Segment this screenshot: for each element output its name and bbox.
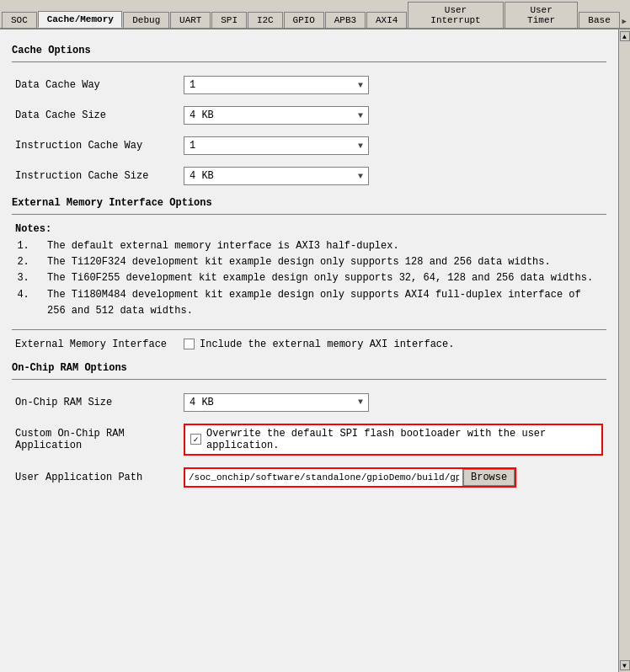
tab-debug[interactable]: Debug <box>123 12 169 28</box>
data-cache-size-row: Data Cache Size 4 KB ▼ <box>12 106 606 125</box>
notes-title: Notes: <box>15 223 603 235</box>
tab-apb3[interactable]: APB3 <box>325 12 366 28</box>
on-chip-ram-size-arrow: ▼ <box>358 397 363 407</box>
user-app-path-input[interactable] <box>185 469 463 486</box>
external-memory-section: External Memory Interface Options Notes:… <box>12 197 606 350</box>
tab-user-interrupt[interactable]: User Interrupt <box>408 2 504 28</box>
note-item-2: The Ti120F324 development kit example de… <box>35 254 603 270</box>
data-cache-size-value: 4 KB <box>190 109 214 121</box>
data-cache-size-dropdown[interactable]: 4 KB ▼ <box>184 106 369 125</box>
user-app-path-highlighted-container: Browse <box>184 467 516 488</box>
data-cache-way-label: Data Cache Way <box>15 79 184 91</box>
instruction-cache-way-value: 1 <box>190 140 195 152</box>
instruction-cache-way-arrow: ▼ <box>358 141 363 151</box>
note-item-4: The Ti180M484 development kit example de… <box>35 287 603 319</box>
instruction-cache-way-label: Instruction Cache Way <box>15 140 184 152</box>
cache-options-title: Cache Options <box>12 45 606 56</box>
on-chip-ram-divider <box>12 379 606 380</box>
instruction-cache-way-row: Instruction Cache Way 1 ▼ <box>12 136 606 155</box>
instruction-cache-size-dropdown[interactable]: 4 KB ▼ <box>184 167 369 185</box>
external-memory-divider <box>12 214 606 215</box>
vertical-scrollbar[interactable]: ▲ ▼ <box>618 29 630 672</box>
main-window: SOC Cache/Memory Debug UART SPI I2C GPIO… <box>0 0 630 672</box>
custom-app-row: Custom On-Chip RAM Application ✓ Overwri… <box>12 424 606 456</box>
content-panel: Cache Options Data Cache Way 1 ▼ Data Ca… <box>0 29 618 672</box>
notes-divider <box>12 329 606 330</box>
notes-list: The default external memory interface is… <box>15 238 603 319</box>
custom-app-label: Custom On-Chip RAM Application <box>15 428 184 451</box>
external-memory-checkbox-content: Include the external memory AXI interfac… <box>184 339 454 350</box>
on-chip-ram-size-label: On-Chip RAM Size <box>15 397 184 408</box>
instruction-cache-way-dropdown[interactable]: 1 ▼ <box>184 136 369 155</box>
note-item-1: The default external memory interface is… <box>35 238 603 254</box>
on-chip-ram-title: On-Chip RAM Options <box>12 362 606 374</box>
data-cache-way-row: Data Cache Way 1 ▼ <box>12 76 606 94</box>
external-memory-title: External Memory Interface Options <box>12 197 606 209</box>
on-chip-ram-size-dropdown[interactable]: 4 KB ▼ <box>184 393 369 412</box>
notes-container: Notes: The default external memory inter… <box>12 223 606 319</box>
tab-cache-memory[interactable]: Cache/Memory <box>38 11 123 28</box>
data-cache-way-dropdown[interactable]: 1 ▼ <box>184 76 369 94</box>
custom-app-text: Overwrite the default SPI flash bootload… <box>206 428 596 451</box>
external-memory-checkbox-text: Include the external memory AXI interfac… <box>200 339 454 350</box>
tab-base[interactable]: Base <box>579 12 619 28</box>
instruction-cache-size-value: 4 KB <box>190 170 214 182</box>
user-app-path-label: User Application Path <box>15 472 184 483</box>
tab-axi4[interactable]: AXI4 <box>366 12 407 28</box>
external-memory-checkbox[interactable] <box>184 339 195 349</box>
cache-options-section: Cache Options Data Cache Way 1 ▼ Data Ca… <box>12 45 606 185</box>
data-cache-size-arrow: ▼ <box>358 111 363 120</box>
instruction-cache-size-arrow: ▼ <box>358 172 363 181</box>
external-memory-checkbox-label: External Memory Interface <box>15 339 184 350</box>
tab-uart[interactable]: UART <box>170 12 211 28</box>
browse-button[interactable]: Browse <box>463 469 515 486</box>
tab-gpio[interactable]: GPIO <box>284 12 324 28</box>
scroll-up-button[interactable]: ▲ <box>620 31 630 41</box>
instruction-cache-size-row: Instruction Cache Size 4 KB ▼ <box>12 167 606 185</box>
external-memory-checkbox-row: External Memory Interface Include the ex… <box>12 339 606 350</box>
note-item-3: The Ti60F255 development kit example des… <box>35 270 603 286</box>
scroll-down-button[interactable]: ▼ <box>620 660 630 670</box>
custom-app-highlighted-container: ✓ Overwrite the default SPI flash bootlo… <box>184 424 603 456</box>
custom-app-checkbox[interactable]: ✓ <box>190 434 201 445</box>
tab-spi[interactable]: SPI <box>211 12 247 28</box>
tab-user-timer[interactable]: User Timer <box>505 2 579 28</box>
on-chip-ram-size-row: On-Chip RAM Size 4 KB ▼ <box>12 393 606 412</box>
data-cache-way-value: 1 <box>190 79 195 91</box>
user-app-path-row: User Application Path Browse <box>12 467 606 488</box>
data-cache-way-arrow: ▼ <box>358 81 363 90</box>
tab-soc[interactable]: SOC <box>2 12 37 28</box>
cache-options-divider <box>12 61 606 62</box>
on-chip-ram-size-value: 4 KB <box>190 397 214 408</box>
on-chip-ram-section: On-Chip RAM Options On-Chip RAM Size 4 K… <box>12 362 606 488</box>
data-cache-size-label: Data Cache Size <box>15 109 184 121</box>
tab-i2c[interactable]: I2C <box>248 12 283 28</box>
tab-bar: SOC Cache/Memory Debug UART SPI I2C GPIO… <box>0 0 630 29</box>
tab-scroll-right[interactable]: ▶ <box>621 15 628 28</box>
content-area: Cache Options Data Cache Way 1 ▼ Data Ca… <box>0 29 630 672</box>
instruction-cache-size-label: Instruction Cache Size <box>15 170 184 182</box>
